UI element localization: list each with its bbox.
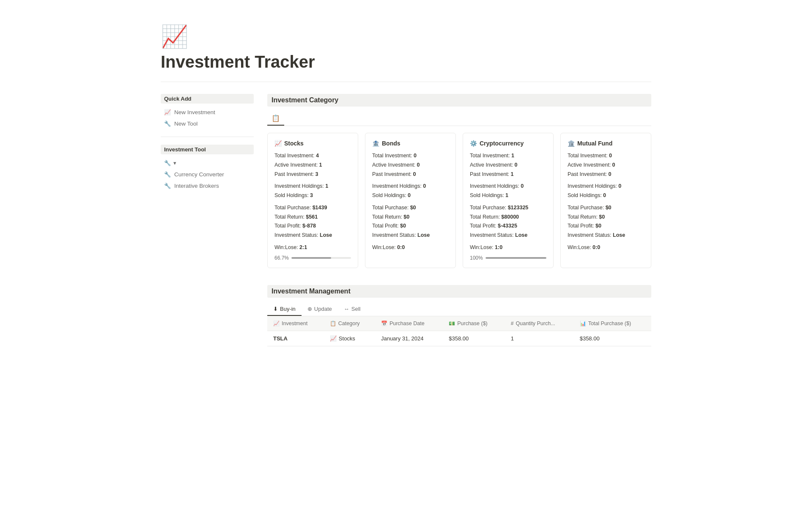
card-win-lose-1: Win:Lose: 0:0 bbox=[372, 244, 449, 252]
new-tool-label: New Tool bbox=[174, 121, 198, 127]
tab-icon-0: ⬇ bbox=[273, 306, 278, 312]
table-row: TSLA 📈 Stocks January 31, 2024 $358.00 1… bbox=[267, 331, 651, 346]
currency-converter-item[interactable]: 🔧 Currency Converter bbox=[161, 169, 254, 180]
category-card-cryptocurrency: ⚙️ Cryptocurrency Total Investment: 1 Ac… bbox=[463, 133, 554, 268]
td-purchase-date-0: January 31, 2024 bbox=[375, 331, 443, 346]
category-cards-grid: 📈 Stocks Total Investment: 4 Active Inve… bbox=[267, 133, 651, 268]
new-tool-button[interactable]: 🔧 New Tool bbox=[161, 118, 254, 129]
table-head: 📈Investment📋Category📅Purchase Date💵Purch… bbox=[267, 316, 651, 331]
card-investment-status-3: Investment Status: Lose bbox=[568, 231, 644, 239]
td-purchase-0: $358.00 bbox=[443, 331, 505, 346]
card-progress-bg-0 bbox=[291, 257, 351, 259]
management-tab-update[interactable]: ⊕Update bbox=[302, 303, 338, 316]
new-investment-button[interactable]: 📈 New Investment bbox=[161, 107, 254, 118]
card-total-purchase-3: Total Purchase: $0 bbox=[568, 204, 644, 212]
col-header-category: 📋Category bbox=[324, 316, 375, 331]
new-investment-label: New Investment bbox=[174, 109, 215, 115]
currency-converter-label: Currency Converter bbox=[174, 171, 224, 178]
card-sold-holdings-3: Sold Holdings: 0 bbox=[568, 192, 644, 200]
card-sold-holdings-0: Sold Holdings: 3 bbox=[274, 192, 351, 200]
tab-icon-1: ⊕ bbox=[307, 306, 312, 312]
col-icon-2: 📅 bbox=[381, 321, 387, 326]
chart-icon: 📈 bbox=[164, 109, 171, 115]
card-investment-holdings-3: Investment Holdings: 0 bbox=[568, 182, 644, 190]
tool-expand[interactable]: 🔧 ▾ bbox=[161, 158, 254, 168]
wrench-expand-icon: 🔧 bbox=[164, 160, 171, 166]
card-progress-bg-2 bbox=[486, 257, 546, 259]
card-title-0: 📈 Stocks bbox=[274, 140, 351, 147]
col-icon-4: # bbox=[511, 321, 514, 326]
card-title-text-2: Cryptocurrency bbox=[480, 140, 524, 147]
td-category-label-0: Stocks bbox=[339, 335, 355, 342]
card-total-profit-0: Total Profit: $-878 bbox=[274, 222, 351, 230]
category-card-bonds: 🏦 Bonds Total Investment: 0 Active Inves… bbox=[365, 133, 456, 268]
card-win-lose-3: Win:Lose: 0:0 bbox=[568, 244, 644, 252]
card-title-2: ⚙️ Cryptocurrency bbox=[470, 140, 546, 147]
col-header-purchase-date: 📅Purchase Date bbox=[375, 316, 443, 331]
quick-add-label: Quick Add bbox=[161, 94, 254, 104]
card-total-investment-0: Total Investment: 4 bbox=[274, 152, 351, 160]
col-icon-5: 📊 bbox=[580, 321, 586, 326]
card-win-lose-0: Win:Lose: 2:1 bbox=[274, 244, 351, 252]
td-investment-0: TSLA bbox=[267, 331, 324, 346]
tab-label-2: Sell bbox=[351, 306, 361, 312]
card-total-return-2: Total Return: $80000 bbox=[470, 213, 546, 221]
card-total-purchase-1: Total Purchase: $0 bbox=[372, 204, 449, 212]
category-card-mutual-fund: 🏛️ Mutual Fund Total Investment: 0 Activ… bbox=[560, 133, 651, 268]
col-header-investment: 📈Investment bbox=[267, 316, 324, 331]
col-icon-0: 📈 bbox=[273, 321, 280, 326]
card-win-lose-2: Win:Lose: 1:0 bbox=[470, 244, 546, 252]
page-icon: 📈 bbox=[161, 25, 651, 47]
card-investment-holdings-0: Investment Holdings: 1 bbox=[274, 182, 351, 190]
card-past-investment-3: Past Investment: 0 bbox=[568, 170, 644, 178]
card-investment-status-1: Investment Status: Lose bbox=[372, 231, 449, 239]
card-title-3: 🏛️ Mutual Fund bbox=[568, 140, 644, 147]
category-section-title: Investment Category bbox=[267, 94, 651, 107]
card-icon-2: ⚙️ bbox=[470, 140, 477, 147]
page-title: Investment Tracker bbox=[161, 52, 651, 71]
tab-icon-2: ↔ bbox=[344, 306, 349, 312]
card-investment-holdings-2: Investment Holdings: 0 bbox=[470, 182, 546, 190]
table-header-row: 📈Investment📋Category📅Purchase Date💵Purch… bbox=[267, 316, 651, 331]
interative-brokers-item[interactable]: 🔧 Interative Brokers bbox=[161, 181, 254, 191]
management-section-title: Investment Management bbox=[267, 285, 651, 298]
card-total-profit-1: Total Profit: $0 bbox=[372, 222, 449, 230]
col-header-total-purchase-: 📊Total Purchase ($) bbox=[574, 316, 651, 331]
card-total-return-1: Total Return: $0 bbox=[372, 213, 449, 221]
management-section: Investment Management ⬇Buy-in⊕Update↔Sel… bbox=[267, 285, 651, 346]
card-investment-holdings-1: Investment Holdings: 0 bbox=[372, 182, 449, 190]
td-category-0: 📈 Stocks bbox=[324, 331, 375, 346]
management-table-wrapper: 📈Investment📋Category📅Purchase Date💵Purch… bbox=[267, 316, 651, 346]
brokers-wrench-icon: 🔧 bbox=[164, 183, 171, 189]
expand-arrow-icon: ▾ bbox=[173, 160, 176, 166]
col-icon-1: 📋 bbox=[330, 321, 336, 326]
card-active-investment-0: Active Investment: 1 bbox=[274, 161, 351, 169]
col-header-purchase-: 💵Purchase ($) bbox=[443, 316, 505, 331]
td-total-purchase-0: $358.00 bbox=[574, 331, 651, 346]
card-title-1: 🏦 Bonds bbox=[372, 140, 449, 147]
card-sold-holdings-2: Sold Holdings: 1 bbox=[470, 192, 546, 200]
management-table: 📈Investment📋Category📅Purchase Date💵Purch… bbox=[267, 316, 651, 346]
card-total-investment-3: Total Investment: 0 bbox=[568, 152, 644, 160]
interative-brokers-label: Interative Brokers bbox=[174, 183, 219, 189]
main-content: Investment Category 📋 📈 Stocks Total Inv… bbox=[267, 94, 651, 346]
card-investment-status-2: Investment Status: Lose bbox=[470, 231, 546, 239]
management-tab-sell[interactable]: ↔Sell bbox=[338, 303, 367, 316]
card-total-investment-1: Total Investment: 0 bbox=[372, 152, 449, 160]
td-quantity-0: 1 bbox=[505, 331, 574, 346]
category-card-stocks: 📈 Stocks Total Investment: 4 Active Inve… bbox=[267, 133, 358, 268]
card-title-text-0: Stocks bbox=[284, 140, 304, 147]
card-total-purchase-0: Total Purchase: $1439 bbox=[274, 204, 351, 212]
card-active-investment-1: Active Investment: 0 bbox=[372, 161, 449, 169]
td-category-icon-0: 📈 bbox=[330, 335, 337, 342]
tab-label-0: Buy-in bbox=[280, 306, 296, 312]
card-investment-status-0: Investment Status: Lose bbox=[274, 231, 351, 239]
currency-wrench-icon: 🔧 bbox=[164, 171, 171, 178]
category-tab-clipboard[interactable]: 📋 bbox=[267, 112, 284, 126]
investment-tool-label: Investment Tool bbox=[161, 145, 254, 154]
card-icon-1: 🏦 bbox=[372, 140, 379, 147]
card-title-text-1: Bonds bbox=[382, 140, 401, 147]
table-body: TSLA 📈 Stocks January 31, 2024 $358.00 1… bbox=[267, 331, 651, 346]
management-tab-buy-in[interactable]: ⬇Buy-in bbox=[267, 303, 302, 316]
card-total-profit-3: Total Profit: $0 bbox=[568, 222, 644, 230]
